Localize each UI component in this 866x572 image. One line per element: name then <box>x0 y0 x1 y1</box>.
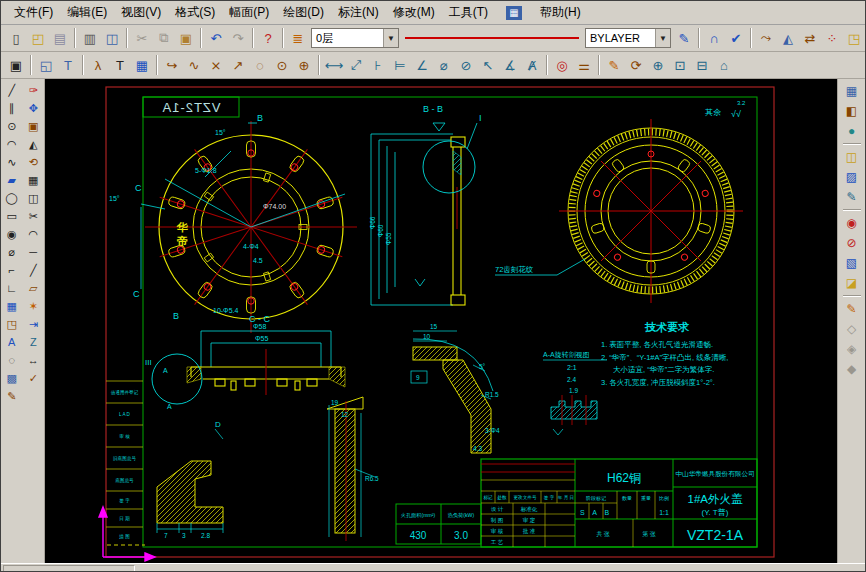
move-button[interactable]: ✥ <box>23 99 43 117</box>
dim-baseline-button[interactable]: ⊦ <box>367 54 389 76</box>
dim-text-edit-button[interactable]: Ⱥ <box>521 54 543 76</box>
pencil-edit-button[interactable]: ✎ <box>841 299 863 319</box>
wedge-3d-button[interactable]: ◈ <box>841 339 863 359</box>
layout-button[interactable]: ◧ <box>841 101 863 121</box>
menu-dimension[interactable]: 标注(N) <box>331 2 386 23</box>
dim-angular-button[interactable]: ∠ <box>411 54 433 76</box>
orbit-3d-button[interactable]: ● <box>841 121 863 141</box>
hatch-button[interactable]: ▦ <box>2 297 22 315</box>
pline-fit-button[interactable]: ∩ <box>703 27 725 49</box>
sketch-button[interactable]: ✎ <box>603 54 625 76</box>
array-button[interactable]: ▦ <box>23 171 43 189</box>
pan-button[interactable]: ⟳ <box>625 54 647 76</box>
lengthen-button[interactable]: ↔ <box>23 351 43 369</box>
print-preview-button[interactable]: ◫ <box>101 27 123 49</box>
offset-button[interactable]: ◫ <box>23 189 43 207</box>
print-button[interactable]: ▥ <box>79 27 101 49</box>
open-file-button[interactable]: ◰ <box>27 27 49 49</box>
linetype-edit-button[interactable]: ✎ <box>673 27 695 49</box>
explode-button[interactable]: ✶ <box>23 297 43 315</box>
drawing-canvas[interactable]: VZT2-1A 其余 3.2 √√ <box>45 79 837 563</box>
arc-button[interactable]: ◠ <box>2 135 22 153</box>
polygon-button[interactable]: ∟ <box>2 279 22 297</box>
menu-window-icon[interactable]: ▦ <box>495 3 533 22</box>
inquiry-button[interactable]: ◭ <box>777 27 799 49</box>
menu-file[interactable]: 文件(F) <box>7 2 60 23</box>
rectangle-button[interactable]: ▭ <box>2 207 22 225</box>
dim-radius-button[interactable]: ⊘ <box>455 54 477 76</box>
trim-button[interactable]: ✂ <box>23 207 43 225</box>
region-button[interactable]: ⊙ <box>271 54 293 76</box>
zoom-dynamic-button[interactable]: ⌂ <box>713 54 735 76</box>
named-view-button[interactable]: ◱ <box>35 54 57 76</box>
erase-button[interactable]: ✑ <box>23 81 43 99</box>
match-prop-button[interactable]: ✔ <box>725 27 747 49</box>
table-button[interactable]: ▦ <box>131 54 153 76</box>
line-button[interactable]: ╱ <box>2 81 22 99</box>
save-button[interactable]: ▤ <box>49 27 71 49</box>
center-mark-button[interactable]: ⊕ <box>293 54 315 76</box>
xline-button[interactable]: ⨯ <box>205 54 227 76</box>
dim-edit-button[interactable]: ∡ <box>499 54 521 76</box>
menu-edit[interactable]: 编辑(E) <box>60 2 114 23</box>
paste-button[interactable]: ▣ <box>175 27 197 49</box>
linetype-preview[interactable] <box>405 37 579 39</box>
menu-sheet[interactable]: 幅面(P) <box>222 2 276 23</box>
copy-object-button[interactable]: ▣ <box>23 117 43 135</box>
attribute-button[interactable]: ✎ <box>2 387 22 405</box>
brush-button[interactable]: ✓ <box>23 369 43 387</box>
render-button[interactable]: ▨ <box>841 167 863 187</box>
camera-button[interactable]: ◉ <box>841 213 863 233</box>
new-layout-button[interactable]: ◪ <box>841 273 863 293</box>
chevron-down-icon[interactable]: ▼ <box>383 29 398 47</box>
display-config-button[interactable]: ▦ <box>841 81 863 101</box>
mtext-button[interactable]: T <box>109 54 131 76</box>
mirror-button[interactable]: ◭ <box>23 135 43 153</box>
ellipse-button[interactable]: ◯ <box>2 189 22 207</box>
new-file-button[interactable]: ▯ <box>5 27 27 49</box>
color-combo[interactable]: BYLAYER ▼ <box>585 28 671 48</box>
extend-button[interactable]: ╱ <box>23 261 43 279</box>
dim-aligned-button[interactable]: ⤢ <box>345 54 367 76</box>
scale-button[interactable]: Z <box>23 333 43 351</box>
stretch-button[interactable]: ▱ <box>23 279 43 297</box>
linetype-scale-button[interactable]: λ <box>87 54 109 76</box>
dim-linear-button[interactable]: ⟷ <box>323 54 345 76</box>
zoom-prev-button[interactable]: ⊟ <box>691 54 713 76</box>
copy-button[interactable]: ⧉ <box>153 27 175 49</box>
image-button[interactable]: ◳ <box>843 27 865 49</box>
pick-filter-button[interactable]: ⇄ <box>799 27 821 49</box>
hatch-edit-button[interactable]: ▧ <box>841 253 863 273</box>
measure-button[interactable]: ⚌ <box>573 54 595 76</box>
menu-view[interactable]: 视图(V) <box>114 2 168 23</box>
dim-leader-button[interactable]: ↖ <box>477 54 499 76</box>
edit-block-button[interactable]: ✎ <box>841 187 863 207</box>
menu-modify[interactable]: 修改(M) <box>386 2 442 23</box>
zoom-in-button[interactable]: ⊕ <box>647 54 669 76</box>
layer-manager-button[interactable]: ≣ <box>287 27 309 49</box>
layer-combo[interactable]: 0层 ▼ <box>311 28 399 48</box>
polyline-button[interactable]: ▰ <box>2 171 22 189</box>
menu-help[interactable]: 帮助(H) <box>533 2 588 23</box>
box-3d-button[interactable]: ◇ <box>841 319 863 339</box>
parallel-line-button[interactable]: ∥ <box>2 99 22 117</box>
menu-tools[interactable]: 工具(T) <box>442 2 495 23</box>
point-button[interactable]: ◉ <box>2 225 22 243</box>
leader-button[interactable]: ↗ <box>227 54 249 76</box>
image-insert-button[interactable]: ◳ <box>2 315 22 333</box>
cone-3d-button[interactable]: ◆ <box>841 359 863 379</box>
menu-window-icon[interactable]: ▦ <box>506 6 522 20</box>
rotate-button[interactable]: ⟲ <box>23 153 43 171</box>
dim-diameter-button[interactable]: ⌀ <box>433 54 455 76</box>
dim-style-button[interactable]: ◎ <box>551 54 573 76</box>
text-style-button[interactable]: T <box>57 54 79 76</box>
select-set-button[interactable]: ⤳ <box>755 27 777 49</box>
menu-format[interactable]: 格式(S) <box>168 2 222 23</box>
dim-continue-button[interactable]: ⊨ <box>389 54 411 76</box>
corner-line-button[interactable]: ⌐ <box>2 261 22 279</box>
polyline-button[interactable]: ↪ <box>161 54 183 76</box>
copy-clip-button[interactable]: ◫ <box>841 147 863 167</box>
wipeout-button[interactable]: ◌ <box>2 351 22 369</box>
fillet-button[interactable]: ◠ <box>23 225 43 243</box>
no-plot-button[interactable]: ⊘ <box>841 233 863 253</box>
